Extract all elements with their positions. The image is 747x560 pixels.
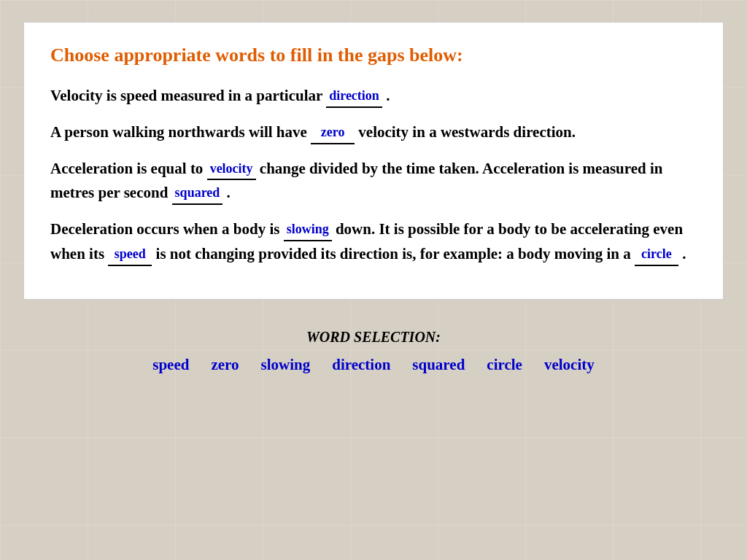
word-velocity[interactable]: velocity bbox=[544, 356, 595, 374]
sentence-3-before: Acceleration is equal to bbox=[50, 160, 203, 177]
word-circle[interactable]: circle bbox=[487, 356, 522, 374]
word-slowing[interactable]: slowing bbox=[261, 356, 311, 374]
gap-direction: direction bbox=[326, 86, 382, 108]
sentence-2-before: A person walking northwards will have bbox=[50, 123, 307, 141]
gap-slowing: slowing bbox=[284, 219, 332, 241]
sentence-3: Acceleration is equal to velocity change… bbox=[50, 157, 697, 206]
page-title: Choose appropriate words to fill in the … bbox=[50, 43, 697, 68]
word-speed[interactable]: speed bbox=[152, 356, 189, 374]
gap-squared: squared bbox=[172, 183, 223, 205]
word-zero[interactable]: zero bbox=[211, 356, 239, 374]
sentence-4-middle2: is not changing provided its direction i… bbox=[156, 245, 631, 262]
sentence-1: Velocity is speed measured in a particul… bbox=[50, 84, 697, 109]
sentence-2: A person walking northwards will have ze… bbox=[50, 120, 697, 145]
main-card: Choose appropriate words to fill in the … bbox=[23, 22, 724, 300]
sentence-1-before: Velocity is speed measured in a particul… bbox=[50, 87, 322, 104]
sentence-4-after: . bbox=[682, 245, 686, 262]
sentence-4: Deceleration occurs when a body is slowi… bbox=[50, 217, 697, 267]
sentence-3-after: . bbox=[227, 184, 231, 201]
gap-circle: circle bbox=[635, 244, 678, 266]
word-direction[interactable]: direction bbox=[332, 356, 390, 374]
gap-zero: zero bbox=[311, 122, 355, 144]
gap-velocity: velocity bbox=[207, 159, 256, 181]
sentence-1-after: . bbox=[386, 87, 390, 104]
word-list: speed zero slowing direction squared cir… bbox=[152, 356, 594, 374]
gap-speed: speed bbox=[108, 244, 152, 266]
word-selection-label: WORD SELECTION: bbox=[306, 329, 441, 346]
sentence-4-before: Deceleration occurs when a body is bbox=[50, 220, 279, 238]
word-selection-area: WORD SELECTION: speed zero slowing direc… bbox=[23, 322, 724, 374]
sentence-2-after: velocity in a westwards direction. bbox=[358, 123, 576, 141]
word-squared[interactable]: squared bbox=[412, 356, 465, 374]
